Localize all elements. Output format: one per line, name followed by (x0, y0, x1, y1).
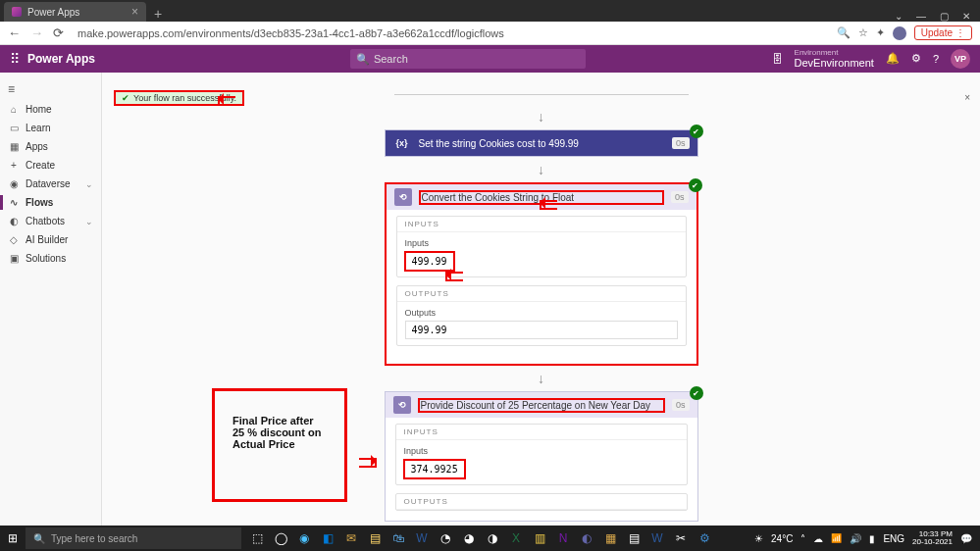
edge-icon[interactable]: ◉ (294, 528, 314, 548)
step2-outputs-section: OUTPUTS Outputs 499.99 (396, 285, 687, 346)
settings-icon[interactable]: ⚙ (911, 52, 921, 65)
outlook-icon[interactable]: ◧ (318, 528, 337, 548)
annotation-arrow (540, 197, 563, 209)
user-avatar[interactable]: VP (951, 49, 970, 69)
sidebar-item-solutions[interactable]: ▣Solutions (0, 249, 101, 268)
outputs-label: Outputs (405, 308, 678, 318)
flow-step-2[interactable]: ✔ ⟲ Convert the Cookies String to Float … (385, 182, 698, 366)
task-view-icon[interactable]: ⬚ (247, 528, 267, 548)
annotation-arrow (218, 93, 241, 105)
tray-chevron-icon[interactable]: ˄ (800, 533, 805, 544)
reload-button[interactable]: ⟳ (53, 25, 64, 40)
battery-icon[interactable]: ▮ (869, 533, 875, 544)
notes-icon[interactable]: ▥ (530, 528, 549, 548)
notifications-icon[interactable]: 🔔 (886, 52, 900, 65)
store-icon[interactable]: 🛍 (388, 528, 408, 548)
left-nav: ≡ ⌂Home ▭Learn ▦Apps +Create ◉Dataverse⌄… (0, 73, 102, 526)
manager-icon[interactable]: ⚙ (695, 528, 714, 548)
action-center-icon[interactable]: 💬 (960, 533, 972, 544)
sidebar-item-apps[interactable]: ▦Apps (0, 137, 101, 156)
inputs-header: INPUTS (397, 217, 686, 232)
success-badge-icon: ✔ (690, 386, 703, 400)
windows-taskbar: ⊞ 🔍 Type here to search ⬚ ◯ ◉ ◧ ✉ ▤ 🛍 W … (0, 526, 980, 551)
aibuilder-icon: ◇ (8, 234, 20, 245)
browser-tab[interactable]: Power Apps × (4, 2, 146, 22)
env-name: DevEnvironment (795, 57, 874, 69)
excel-icon[interactable]: X (506, 528, 526, 548)
snip-icon[interactable]: ✂ (671, 528, 691, 548)
app-launcher-icon[interactable]: ⠿ (10, 51, 18, 67)
sidebar-item-chatbots[interactable]: ◐Chatbots⌄ (0, 212, 101, 230)
bookmark-icon[interactable]: ☆ (858, 26, 868, 39)
sidebar-item-flows[interactable]: ∿Flows (0, 193, 101, 212)
taskbar-search[interactable]: 🔍 Type here to search (26, 527, 241, 549)
network-icon[interactable]: 📶 (831, 533, 842, 543)
learn-icon: ▭ (8, 123, 20, 133)
start-button[interactable]: ⊞ (0, 531, 26, 545)
mail-icon[interactable]: ✉ (341, 528, 361, 548)
chevron-down-icon[interactable]: ⌄ (895, 11, 903, 22)
compose-icon: ⟲ (394, 188, 412, 206)
flow-connector-icon: ↓ (385, 104, 698, 129)
minimize-icon[interactable]: — (916, 11, 926, 22)
word-icon[interactable]: W (412, 528, 432, 548)
cortana-icon[interactable]: ◯ (271, 528, 290, 548)
weather-temp[interactable]: 24°C (771, 533, 793, 544)
onenote-icon[interactable]: N (553, 528, 573, 548)
zoom-icon[interactable]: 🔍 (837, 26, 851, 39)
weather-icon[interactable]: ☀ (754, 533, 763, 544)
extension-icon[interactable]: ✦ (876, 26, 885, 39)
step3-title: Provide Discount of 25 Percentage on New… (419, 399, 664, 412)
annotation-arrow (353, 455, 377, 467)
update-menu-icon: ⋮ (955, 27, 965, 38)
volume-icon[interactable]: 🔊 (850, 533, 861, 544)
teams-icon[interactable]: ◐ (577, 528, 596, 548)
app-icon[interactable]: ▦ (600, 528, 620, 548)
chrome3-icon[interactable]: ◑ (483, 528, 502, 548)
word2-icon[interactable]: W (647, 528, 667, 548)
help-icon[interactable]: ? (933, 53, 939, 65)
new-tab-button[interactable]: + (146, 6, 170, 22)
maximize-icon[interactable]: ▢ (940, 11, 949, 22)
sidebar-item-aibuilder[interactable]: ◇AI Builder (0, 230, 101, 249)
flows-icon: ∿ (8, 197, 20, 208)
sidebar-item-learn[interactable]: ▭Learn (0, 119, 101, 137)
sidebar-item-home[interactable]: ⌂Home (0, 100, 101, 119)
explorer-icon[interactable]: ▤ (365, 528, 385, 548)
compose-icon: ⟲ (393, 396, 411, 414)
onedrive-icon[interactable]: ☁ (813, 533, 823, 544)
global-search[interactable]: 🔍 Search (350, 49, 586, 69)
environment-picker[interactable]: Environment DevEnvironment (795, 49, 874, 70)
back-button[interactable]: ← (8, 25, 21, 40)
flow-step-1[interactable]: ✔ {x} Set the string Cookies cost to 499… (385, 129, 698, 157)
sidebar-item-dataverse[interactable]: ◉Dataverse⌄ (0, 175, 101, 193)
window-controls: ⌄ — ▢ ✕ (885, 11, 980, 22)
url-field[interactable]: make.powerapps.com/environments/d3ecb835… (74, 27, 827, 39)
address-bar: ← → ⟳ make.powerapps.com/environments/d3… (0, 22, 980, 45)
chrome2-icon[interactable]: ◕ (459, 528, 479, 548)
tab-title: Power Apps (27, 7, 79, 18)
close-tab-icon[interactable]: × (131, 5, 138, 19)
lang-indicator[interactable]: ENG (883, 533, 904, 544)
notepad-icon[interactable]: ▤ (624, 528, 644, 548)
variable-icon: {x} (393, 134, 411, 152)
flow-connector-icon: ↓ (385, 366, 698, 391)
flow-column: ↓ ✔ {x} Set the string Cookies cost to 4… (385, 94, 698, 522)
sidebar-item-create[interactable]: +Create (0, 156, 101, 175)
search-placeholder: Search (374, 53, 408, 65)
plus-icon: + (8, 160, 20, 171)
chrome-icon[interactable]: ◔ (436, 528, 455, 548)
close-window-icon[interactable]: ✕ (962, 11, 970, 22)
taskbar-pinned: ⬚ ◯ ◉ ◧ ✉ ▤ 🛍 W ◔ ◕ ◑ X ▥ N ◐ ▦ ▤ W ✂ ⚙ (241, 528, 720, 548)
browser-tab-strip: Power Apps × + ⌄ — ▢ ✕ (0, 0, 980, 22)
clock[interactable]: 10:33 PM 20-10-2021 (912, 530, 953, 546)
banner-close-icon[interactable]: × (964, 92, 970, 103)
update-button[interactable]: Update ⋮ (914, 25, 972, 40)
env-label: Environment (795, 49, 874, 58)
forward-button[interactable]: → (30, 25, 43, 40)
outputs-header: OUTPUTS (396, 494, 687, 510)
success-badge-icon: ✔ (690, 125, 703, 138)
profile-icon[interactable] (893, 26, 906, 40)
hamburger-icon[interactable]: ≡ (0, 78, 101, 100)
flow-step-3[interactable]: ✔ ⟲ Provide Discount of 25 Percentage on… (385, 391, 698, 522)
